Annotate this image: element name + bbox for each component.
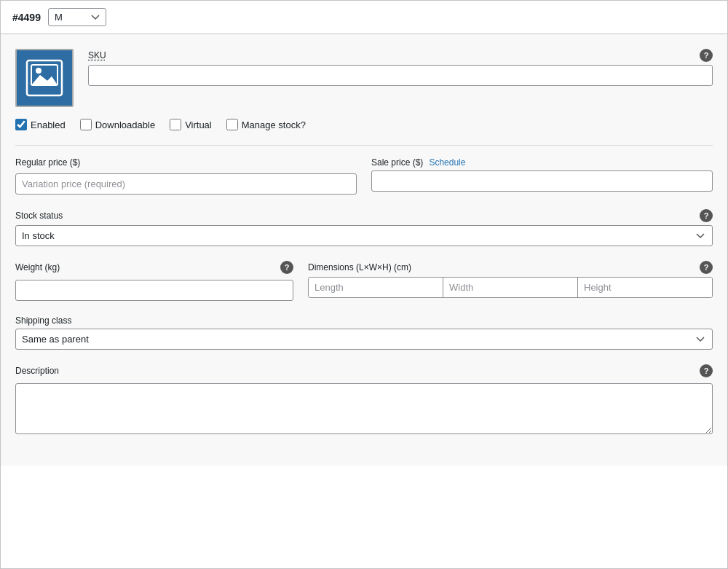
checkboxes-row: Enabled Downloadable Virtual Manage stoc… — [15, 119, 713, 130]
description-section: Description ? — [15, 364, 713, 436]
weight-field: Weight (kg) ? — [15, 261, 293, 301]
variation-id: #4499 — [12, 12, 41, 23]
enabled-label: Enabled — [31, 119, 66, 130]
dimensions-label: Dimensions (L×W×H) (cm) — [308, 262, 411, 272]
weight-label-row: Weight (kg) ? — [15, 261, 293, 274]
weight-input[interactable] — [15, 280, 293, 301]
manage-stock-label: Manage stock? — [242, 119, 306, 130]
sku-input[interactable] — [88, 65, 713, 86]
sku-section: SKU ? — [88, 49, 713, 86]
downloadable-checkbox-label[interactable]: Downloadable — [80, 119, 155, 130]
variation-select[interactable]: M S L XL — [48, 8, 106, 26]
regular-price-field: Regular price ($) — [15, 157, 357, 195]
description-textarea[interactable] — [15, 383, 713, 434]
sku-label-row: SKU ? — [88, 49, 713, 62]
width-input[interactable] — [443, 278, 578, 297]
manage-stock-checkbox[interactable] — [226, 119, 238, 130]
svg-marker-3 — [31, 75, 58, 85]
price-section: Regular price ($) Sale price ($) Schedul… — [15, 157, 713, 195]
sale-label-with-link: Sale price ($) Schedule — [371, 157, 465, 168]
enabled-checkbox[interactable] — [15, 119, 27, 130]
virtual-checkbox[interactable] — [170, 119, 181, 130]
downloadable-label: Downloadable — [95, 119, 155, 130]
enabled-checkbox-label[interactable]: Enabled — [15, 119, 66, 130]
description-label-row: Description ? — [15, 364, 713, 377]
height-input[interactable] — [578, 278, 712, 297]
top-section: SKU ? — [15, 49, 713, 107]
stock-help-icon[interactable]: ? — [700, 209, 713, 222]
sku-label: SKU — [88, 50, 106, 60]
virtual-label: Virtual — [185, 119, 212, 130]
sku-help-icon[interactable]: ? — [700, 49, 713, 62]
manage-stock-checkbox-label[interactable]: Manage stock? — [226, 119, 306, 130]
sale-price-label-row: Sale price ($) Schedule — [371, 157, 713, 168]
weight-help-icon[interactable]: ? — [280, 261, 293, 274]
weight-dimensions-section: Weight (kg) ? Dimensions (L×W×H) (cm) ? — [15, 261, 713, 301]
length-input[interactable] — [309, 278, 443, 297]
shipping-class-select[interactable]: Same as parent No shipping class — [15, 329, 713, 350]
stock-label-row: Stock status ? — [15, 209, 713, 222]
sale-price-label: Sale price ($) — [371, 157, 423, 168]
dimensions-label-row: Dimensions (L×W×H) (cm) ? — [308, 261, 713, 274]
divider — [15, 145, 713, 146]
stock-status-select[interactable]: In stock Out of stock On backorder — [15, 225, 713, 246]
regular-price-label-row: Regular price ($) — [15, 157, 357, 170]
sale-price-field: Sale price ($) Schedule — [371, 157, 713, 195]
shipping-class-section: Shipping class Same as parent No shippin… — [15, 315, 713, 350]
main-content: SKU ? Enabled Downloadable Virtual — [1, 34, 727, 466]
dimensions-field: Dimensions (L×W×H) (cm) ? — [308, 261, 713, 301]
dimensions-inputs — [308, 277, 713, 298]
svg-point-2 — [36, 68, 41, 74]
header-bar: #4499 M S L XL — [1, 1, 727, 34]
virtual-checkbox-label[interactable]: Virtual — [170, 119, 212, 130]
description-help-icon[interactable]: ? — [700, 364, 713, 377]
weight-label: Weight (kg) — [15, 262, 60, 272]
description-label: Description — [15, 366, 59, 376]
downloadable-checkbox[interactable] — [80, 119, 92, 130]
variation-form: #4499 M S L XL SK — [0, 0, 728, 569]
schedule-link[interactable]: Schedule — [429, 157, 465, 168]
dimensions-help-icon[interactable]: ? — [700, 261, 713, 274]
regular-price-label: Regular price ($) — [15, 157, 80, 168]
stock-select-wrapper: In stock Out of stock On backorder — [15, 225, 713, 246]
stock-status-label: Stock status — [15, 211, 63, 221]
regular-price-input[interactable] — [15, 173, 357, 195]
product-image[interactable] — [15, 49, 74, 107]
stock-status-section: Stock status ? In stock Out of stock On … — [15, 209, 713, 246]
sale-price-input[interactable] — [371, 170, 713, 192]
shipping-class-label: Shipping class — [15, 315, 713, 326]
